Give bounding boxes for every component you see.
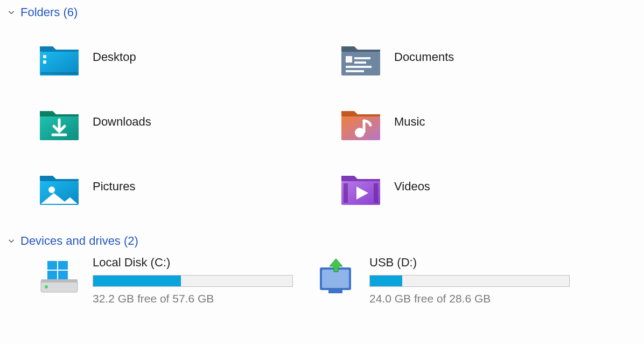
svg-rect-21 bbox=[41, 279, 78, 283]
svg-rect-6 bbox=[346, 56, 352, 63]
folder-label: Documents bbox=[394, 50, 454, 64]
svg-rect-4 bbox=[41, 72, 78, 74]
chevron-down-icon bbox=[6, 236, 16, 246]
desktop-folder-icon bbox=[38, 37, 81, 78]
folder-label: Desktop bbox=[93, 50, 136, 64]
folder-label: Downloads bbox=[93, 115, 151, 129]
folder-label: Videos bbox=[394, 180, 430, 194]
local-disk-icon bbox=[38, 256, 81, 297]
drive-status-text: 24.0 GB free of 28.6 GB bbox=[369, 292, 570, 305]
drive-title: Local Disk (C:) bbox=[93, 256, 293, 270]
section-title-drives: Devices and drives (2) bbox=[20, 234, 138, 248]
usb-drive-icon bbox=[314, 256, 358, 297]
svg-rect-24 bbox=[58, 261, 68, 270]
documents-folder-icon bbox=[339, 37, 382, 78]
svg-rect-25 bbox=[47, 271, 57, 279]
svg-rect-29 bbox=[328, 290, 342, 293]
folders-grid: Desktop Documents Down bbox=[0, 19, 644, 229]
drive-local-disk-c[interactable]: Local Disk (C:) 32.2 GB free of 57.6 GB bbox=[38, 256, 293, 305]
svg-rect-3 bbox=[43, 60, 46, 64]
svg-point-16 bbox=[48, 187, 55, 193]
folder-music[interactable]: Music bbox=[339, 90, 641, 154]
svg-rect-7 bbox=[354, 57, 370, 59]
folder-pictures[interactable]: Pictures bbox=[38, 154, 339, 219]
svg-rect-8 bbox=[354, 61, 366, 64]
drive-capacity-bar bbox=[369, 275, 570, 287]
drive-title: USB (D:) bbox=[369, 256, 570, 270]
folder-documents[interactable]: Documents bbox=[339, 25, 641, 90]
svg-rect-19 bbox=[374, 183, 378, 203]
svg-rect-18 bbox=[344, 183, 348, 203]
chevron-down-icon bbox=[6, 8, 16, 17]
svg-point-14 bbox=[355, 128, 365, 137]
folder-label: Music bbox=[394, 115, 425, 129]
folder-videos[interactable]: Videos bbox=[339, 154, 641, 219]
svg-point-22 bbox=[45, 285, 48, 288]
svg-rect-28 bbox=[322, 270, 349, 288]
drives-grid: Local Disk (C:) 32.2 GB free of 57.6 GB … bbox=[0, 248, 644, 305]
folder-downloads[interactable]: Downloads bbox=[38, 90, 339, 154]
pictures-folder-icon bbox=[38, 166, 81, 207]
drive-usb-d[interactable]: USB (D:) 24.0 GB free of 28.6 GB bbox=[314, 256, 570, 305]
drive-capacity-bar bbox=[93, 275, 293, 287]
section-header-folders[interactable]: Folders (6) bbox=[0, 0, 644, 19]
drive-status-text: 32.2 GB free of 57.6 GB bbox=[93, 292, 293, 305]
svg-rect-10 bbox=[346, 70, 364, 72]
folder-label: Pictures bbox=[93, 180, 135, 194]
svg-rect-2 bbox=[43, 55, 46, 58]
svg-rect-26 bbox=[58, 271, 68, 279]
videos-folder-icon bbox=[339, 166, 382, 207]
folder-desktop[interactable]: Desktop bbox=[38, 25, 339, 90]
svg-rect-9 bbox=[346, 66, 372, 68]
section-header-drives[interactable]: Devices and drives (2) bbox=[0, 229, 644, 248]
section-title-folders: Folders (6) bbox=[20, 5, 78, 19]
music-folder-icon bbox=[339, 101, 382, 142]
downloads-folder-icon bbox=[38, 101, 81, 142]
svg-rect-23 bbox=[47, 261, 57, 270]
